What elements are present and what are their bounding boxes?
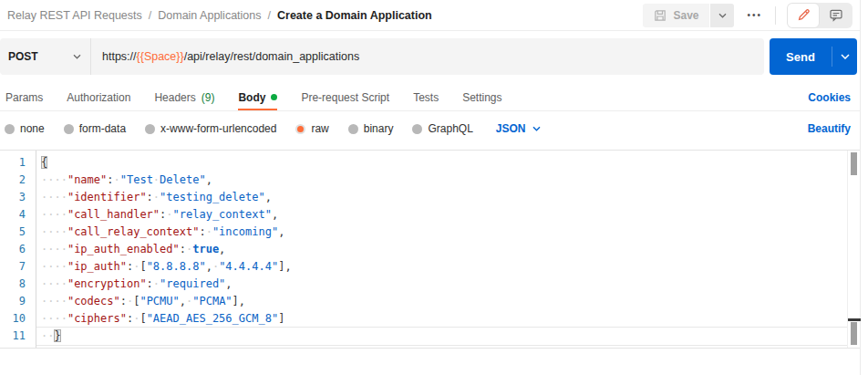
code-token-ws: · [153,173,160,186]
breadcrumb-folder[interactable]: Domain Applications [158,9,261,22]
tab-label: Params [5,91,43,104]
code-token-key: "ciphers" [67,312,127,325]
code-token-ws: ···· [41,243,67,255]
scrollbar-thumb[interactable] [851,322,857,345]
tab-pre-request-script[interactable]: Pre-request Script [301,84,389,110]
tab-authorization[interactable]: Authorization [67,84,130,110]
tab-headers[interactable]: Headers (9) [154,84,214,110]
code-token-punct: , [225,277,232,290]
code-line[interactable]: ····"ip_auth_enabled":·true, [36,241,847,258]
code-token-key: "call_handler" [67,208,160,221]
radio-label: none [20,122,45,135]
tab-tests[interactable]: Tests [413,84,439,110]
code-line[interactable]: ····"name":·"Test·Delete", [36,172,847,189]
code-token-ws: ···· [41,295,67,307]
code-token-ws: ···· [41,260,67,273]
code-line[interactable]: ····"call_relay_context":·"incoming", [36,224,847,241]
method-select[interactable]: POST [0,38,91,75]
code-token-str: "relay_context" [173,208,272,221]
code-token-str: Delete" [160,173,206,186]
code-token-hl: } [54,329,60,342]
code-token-ws: ···· [41,208,67,221]
code-token-ws: · [166,208,172,221]
request-builder-window: Relay REST API Requests / Domain Applica… [0,0,861,375]
body-type-graphql[interactable]: GraphQL [412,122,472,135]
tab-label: Pre-request Script [301,91,389,104]
send-options-button[interactable] [832,38,857,75]
send-button[interactable]: Send [770,38,832,75]
code-line[interactable]: ····"encryption":·"required", [36,276,847,293]
editor-scrollbar[interactable] [847,151,860,348]
cookies-link[interactable]: Cookies [808,91,851,104]
code-token-bool: true [192,243,219,255]
body-type-none[interactable]: none [5,122,45,135]
code-token-hl: { [41,156,47,169]
body-type-binary[interactable]: binary [348,122,394,135]
editor-code[interactable]: {····"name":·"Test·Delete",····"identifi… [36,151,847,348]
code-token-ws: ···· [41,277,67,290]
code-line[interactable]: ····"call_handler":·"relay_context", [36,206,847,224]
method-label: POST [8,50,38,63]
body-type-form-data[interactable]: form-data [64,122,126,135]
request-title[interactable]: Create a Domain Application [277,9,432,22]
scrollbar-thumb[interactable] [851,152,857,175]
code-line[interactable]: ··} [36,328,847,345]
url-bar: POST https://{{Space}}/api/relay/rest/do… [0,38,764,75]
body-type-raw[interactable]: raw [295,122,328,135]
language-label: JSON [496,122,526,135]
body-present-dot-icon [271,94,277,100]
comments-button[interactable] [820,3,852,28]
tab-params[interactable]: Params [5,84,43,110]
line-number: 4 [0,206,36,224]
radio-icon [64,124,74,134]
breadcrumb: Relay REST API Requests / Domain Applica… [7,9,432,22]
code-line[interactable]: ····"codecs":·["PCMU",·"PCMA"], [36,293,847,310]
code-line[interactable]: ····"ip_auth":·["8.8.8.8",·"4.4.4.4"], [36,258,847,276]
code-token-key: "codecs" [67,295,120,307]
request-url-row: POST https://{{Space}}/api/relay/rest/do… [0,38,860,75]
code-editor[interactable]: 1234567891011 {····"name":·"Test·Delete"… [0,150,860,349]
code-token-punct: : [199,225,205,238]
request-tabs: Params Authorization Headers (9) Body Pr… [0,84,860,111]
radio-label: GraphQL [428,122,472,135]
code-token-key: "name" [67,173,107,186]
breadcrumb-collection[interactable]: Relay REST API Requests [7,9,142,22]
url-input[interactable]: https://{{Space}}/api/relay/rest/domain_… [91,50,370,63]
code-token-punct: ] [278,312,284,325]
code-token-punct: ], [278,260,291,273]
code-token-str: "required" [160,277,225,290]
code-token-str: "4.4.4.4" [219,260,278,273]
header-actions: Save ••• [643,3,852,28]
code-line[interactable]: ····"ciphers":·["AEAD_AES_256_GCM_8"] [36,310,847,328]
ellipsis-icon: ••• [747,10,762,20]
language-select[interactable]: JSON [496,122,541,135]
more-actions-button[interactable]: ••• [747,10,762,20]
tab-body[interactable]: Body [238,84,277,110]
body-type-urlencoded[interactable]: x-www-form-urlencoded [145,122,276,135]
breadcrumb-separator: / [149,9,151,22]
code-token-punct: , [272,208,278,221]
radio-label: form-data [79,122,126,135]
code-token-key: "encryption" [67,277,147,290]
documentation-edit-button[interactable] [787,3,820,28]
save-button-label: Save [673,9,698,22]
send-button-label: Send [786,50,815,64]
code-token-key: "identifier" [67,191,147,203]
save-options-button[interactable] [710,4,734,27]
code-token-punct: , [219,243,225,255]
code-line[interactable]: { [36,154,847,172]
code-token-str: "testing_delete" [160,191,265,203]
pencil-icon [797,8,811,22]
breadcrumb-separator: / [268,9,271,22]
code-token-ws: ···· [41,173,67,186]
chevron-down-icon [841,54,850,59]
body-type-bar: none form-data x-www-form-urlencoded raw… [0,111,860,146]
tab-settings[interactable]: Settings [462,84,501,110]
beautify-link[interactable]: Beautify [808,122,851,135]
code-line[interactable]: ····"identifier":·"testing_delete", [36,189,847,206]
code-token-str: "PCMU" [140,295,179,307]
save-button[interactable]: Save [643,4,709,27]
save-button-group: Save [643,4,734,27]
code-token-punct: : [147,191,153,203]
code-token-str: "PCMA" [192,295,232,307]
